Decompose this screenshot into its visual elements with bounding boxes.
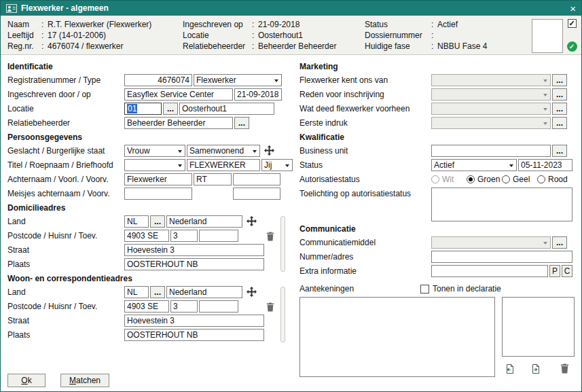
ok-button[interactable]: Ok [7, 374, 46, 387]
radio-geel-label: Geel [513, 175, 530, 184]
summary-col-2: Ingeschreven op:21-09-2018 Locatie:Ooste… [183, 19, 365, 51]
tonen-in-declaratie-checkbox[interactable] [420, 285, 429, 293]
geslacht-select[interactable]: Vrouw [124, 145, 185, 157]
regnr-row: Reg.nr.:4676074 / flexwerker [7, 41, 183, 52]
kwalificatie-status-select[interactable]: Actief [431, 159, 517, 171]
status-datum-input[interactable] [518, 159, 572, 171]
move-persoonsgegevens-button[interactable] [264, 145, 274, 156]
locatie-naam-input[interactable] [179, 103, 274, 115]
note-export-button[interactable] [529, 362, 543, 378]
dom-land-naam-input[interactable] [166, 215, 242, 228]
flexwerker-card-icon [6, 4, 17, 13]
row-dom-plaats: Plaats [7, 257, 299, 271]
woon-plaats-input[interactable] [124, 329, 264, 341]
burgerlijke-staat-select[interactable]: Samenwonend [187, 145, 260, 157]
eerste-indruk-browse-button[interactable]: ... [552, 117, 567, 129]
nummer-adres-label: Nummer/adres [299, 252, 431, 262]
row-reden-inschrijving: Reden voor inschrijving ... [299, 87, 575, 101]
aantekeningen-textarea[interactable] [299, 297, 495, 377]
voorheen-browse-button[interactable]: ... [552, 103, 567, 115]
close-icon[interactable]: × [570, 3, 576, 14]
ingeschreven-op-input[interactable] [234, 88, 282, 101]
meisjes-voorvoegsel-input[interactable] [233, 188, 280, 200]
section-domicilieadres: Domicilieadres [7, 202, 299, 214]
radio-groen-circle[interactable] [467, 175, 475, 183]
reden-inschrijving-browse-button[interactable]: ... [552, 88, 567, 101]
footer-buttons: Ok Matchen [7, 374, 109, 387]
reden-inschrijving-select[interactable] [431, 88, 551, 101]
business-unit-input[interactable] [431, 145, 551, 157]
communicatiemiddel-select[interactable] [431, 236, 551, 249]
radio-rood[interactable]: Rood [537, 175, 572, 184]
note-import-button[interactable] [503, 362, 517, 378]
locatie-code-selected-text: 01 [127, 104, 137, 113]
registratienummer-input[interactable] [124, 74, 192, 86]
row-voorheen: Wat deed flexwerker voorheen ... [299, 101, 575, 115]
type-select[interactable]: Flexwerker [194, 74, 282, 86]
dom-straat-input[interactable] [124, 244, 264, 256]
summary-header: Naam:R.T. Flexwerker (Flexwerker) Leefti… [1, 16, 581, 55]
eerste-indruk-select[interactable] [431, 117, 551, 129]
kent-ons-van-select[interactable] [431, 74, 551, 86]
communicatiemiddel-browse-button[interactable]: ... [552, 236, 567, 249]
dom-postcode-input[interactable] [124, 230, 169, 242]
voorletters-input[interactable] [194, 173, 232, 185]
dom-huisnr-input[interactable] [170, 230, 198, 242]
woon-toevoeging-input[interactable] [199, 300, 238, 313]
radio-rood-circle[interactable] [537, 175, 545, 183]
locatie-label: Locatie [183, 30, 252, 41]
woon-postcode-input[interactable] [124, 300, 169, 313]
titel-select[interactable] [124, 159, 185, 171]
relatiebeheerder-form-label: Relatiebeheerder [7, 118, 124, 128]
dom-land-code-input[interactable] [124, 215, 149, 228]
extra-informatie-input[interactable] [431, 265, 548, 277]
relatiebeheerder-browse-button[interactable]: ... [234, 117, 249, 129]
radio-groen[interactable]: Groen [467, 175, 502, 184]
woon-land-naam-input[interactable] [166, 286, 242, 298]
row-ingeschreven-door-op: Ingeschreven door / op [7, 87, 299, 101]
header-checkbox[interactable]: ✓ [568, 19, 577, 28]
row-geslacht-burgerlijke-staat: Geslacht / Burgerlijke staat Vrouw Samen… [7, 143, 299, 158]
dom-address-scrollbar[interactable] [280, 216, 285, 272]
row-aantekeningen-head: Aantekeningen Tonen in declaratie [299, 282, 575, 296]
kent-ons-van-browse-button[interactable]: ... [552, 74, 567, 86]
dom-plaats-input[interactable] [124, 258, 264, 270]
relatiebeheerder-input[interactable] [124, 117, 233, 129]
row-woon-plaats: Plaats [7, 327, 299, 342]
p-button[interactable]: P [549, 265, 560, 277]
meisjesnaam-input[interactable] [124, 188, 192, 200]
woon-land-code-input[interactable] [124, 286, 149, 298]
achternaam-input[interactable] [124, 173, 192, 185]
briefhoofd-select[interactable]: Jij [261, 159, 293, 171]
woon-address-scrollbar[interactable] [280, 287, 285, 342]
photo-placeholder [532, 19, 563, 53]
woon-huisnr-input[interactable] [170, 300, 198, 313]
delete-note-button[interactable] [559, 362, 570, 377]
roepnaam-input[interactable] [187, 159, 260, 171]
business-unit-browse-button[interactable]: ... [552, 145, 567, 157]
dom-toevoeging-input[interactable] [199, 230, 238, 242]
geslacht-label: Geslacht / Burgerlijke staat [7, 146, 124, 156]
woon-delete-address-button[interactable] [266, 302, 274, 312]
matchen-button[interactable]: Matchen [60, 374, 109, 387]
c-button[interactable]: C [562, 265, 572, 277]
locatie-browse-button[interactable]: ... [163, 103, 178, 115]
radio-geel[interactable]: Geel [502, 175, 537, 184]
woon-straat-input[interactable] [124, 315, 264, 327]
locatie-form-label: Locatie [7, 104, 124, 113]
voorheen-select[interactable] [431, 103, 551, 115]
toelichting-textarea[interactable] [431, 188, 572, 221]
radio-groen-label: Groen [477, 175, 500, 184]
section-communicatie: Communicatie [299, 223, 575, 235]
aantekeningen-zijvak-textarea[interactable] [502, 297, 575, 357]
dom-delete-address-button[interactable] [266, 232, 274, 241]
woon-land-browse-button[interactable]: ... [150, 286, 165, 298]
voorvoegsel-input[interactable] [233, 173, 280, 185]
ingeschreven-door-input[interactable] [124, 88, 233, 101]
locatie-code-input[interactable]: 01 [124, 103, 162, 115]
woon-move-address-button[interactable] [247, 287, 257, 297]
dom-land-browse-button[interactable]: ... [150, 215, 165, 228]
radio-geel-circle[interactable] [502, 175, 510, 183]
nummer-adres-input[interactable] [431, 251, 572, 263]
dom-move-address-button[interactable] [247, 216, 257, 226]
